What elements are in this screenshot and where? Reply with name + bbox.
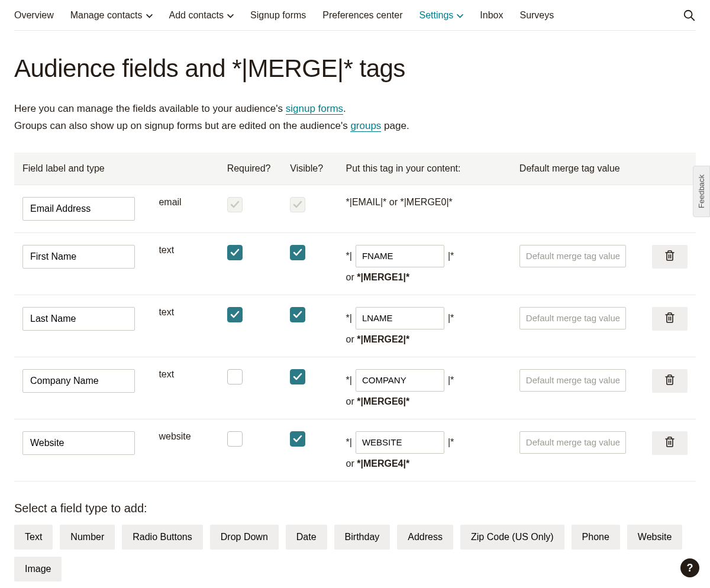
table-row: text*||*or *|MERGE2|* [14, 295, 696, 357]
field-label-input[interactable] [22, 369, 135, 393]
field-label-input[interactable] [22, 307, 135, 331]
signup-forms-link[interactable]: signup forms [286, 103, 343, 115]
merge-tag-alt: or *|MERGE1|* [346, 272, 503, 283]
merge-tag-alt: or *|MERGE6|* [346, 396, 503, 407]
intro-line1b: . [343, 103, 346, 114]
required-checkbox[interactable] [227, 431, 243, 447]
tag-or-label: or [346, 334, 357, 344]
delete-field-button[interactable] [652, 245, 688, 269]
field-type-phone[interactable]: Phone [572, 525, 620, 550]
field-type-number[interactable]: Number [60, 525, 115, 550]
tag-open-delim: *| [346, 375, 352, 386]
nav-item-label: Add contacts [169, 10, 224, 21]
visible-checkbox[interactable] [290, 307, 305, 322]
default-value-input[interactable] [519, 245, 626, 267]
merge-tag-input[interactable] [356, 431, 444, 454]
tag-or-label: or [346, 458, 357, 469]
page-title: Audience fields and *|MERGE|* tags [14, 54, 696, 83]
tag-alt-value: *|MERGE2|* [357, 334, 409, 344]
tag-alt-value: *|MERGE6|* [357, 396, 409, 406]
field-type-zip-code-us-only-[interactable]: Zip Code (US Only) [460, 525, 564, 550]
required-checkbox[interactable] [227, 307, 243, 322]
default-value-input[interactable] [519, 431, 626, 454]
check-icon [230, 248, 240, 257]
nav-item-preferences-center[interactable]: Preferences center [322, 10, 402, 21]
table-row: text*||*or *|MERGE6|* [14, 357, 696, 419]
field-type-address[interactable]: Address [397, 525, 453, 550]
tag-open-delim: *| [346, 313, 352, 324]
th-delete [641, 153, 696, 185]
nav-item-add-contacts[interactable]: Add contacts [169, 10, 234, 21]
required-checkbox [227, 197, 243, 212]
nav-item-label: Settings [419, 10, 454, 21]
svg-line-1 [691, 17, 694, 20]
field-type-drop-down[interactable]: Drop Down [210, 525, 279, 550]
tag-close-delim: |* [448, 251, 454, 261]
add-field-heading: Select a field type to add: [14, 502, 696, 515]
field-type-label: text [159, 307, 174, 317]
field-type-date[interactable]: Date [286, 525, 327, 550]
nav-item-label: Manage contacts [70, 10, 143, 21]
nav-item-overview[interactable]: Overview [14, 10, 54, 21]
check-icon [230, 311, 240, 319]
check-icon [293, 201, 302, 209]
field-type-buttons: TextNumberRadio ButtonsDrop DownDateBirt… [14, 525, 696, 581]
th-label: Field label and type [14, 153, 219, 185]
visible-checkbox[interactable] [290, 245, 305, 260]
trash-icon [664, 436, 675, 450]
chevron-down-icon [457, 10, 463, 21]
help-button[interactable]: ? [680, 558, 699, 577]
nav-item-inbox[interactable]: Inbox [480, 10, 503, 21]
th-visible: Visible? [282, 153, 337, 185]
th-tag: Put this tag in your content: [338, 153, 511, 185]
default-value-input[interactable] [519, 307, 626, 329]
tag-close-delim: |* [448, 437, 454, 448]
field-type-radio-buttons[interactable]: Radio Buttons [122, 525, 203, 550]
field-type-website[interactable]: Website [627, 525, 683, 550]
table-row: website*||*or *|MERGE4|* [14, 419, 696, 481]
search-icon[interactable] [683, 9, 696, 22]
field-type-label: website [159, 431, 191, 441]
feedback-tab[interactable]: Feedback [693, 166, 710, 217]
tag-alt-value: *|MERGE4|* [357, 458, 409, 469]
field-type-label: email [159, 197, 181, 207]
nav-item-label: Overview [14, 10, 54, 21]
tag-or-label: or [346, 272, 357, 282]
delete-field-button[interactable] [652, 431, 688, 455]
nav-item-settings[interactable]: Settings [419, 10, 464, 21]
table-row: email*|EMAIL|* or *|MERGE0|* [14, 185, 696, 232]
delete-field-button[interactable] [652, 307, 688, 331]
nav-item-label: Inbox [480, 10, 503, 21]
field-type-label: text [159, 245, 174, 255]
nav-item-signup-forms[interactable]: Signup forms [250, 10, 306, 21]
field-type-image[interactable]: Image [14, 557, 62, 581]
field-label-input[interactable] [22, 245, 135, 269]
field-type-birthday[interactable]: Birthday [334, 525, 390, 550]
intro-line2b: page. [381, 120, 409, 131]
merge-tag-input[interactable] [356, 245, 444, 267]
chevron-down-icon [146, 10, 153, 21]
required-checkbox[interactable] [227, 369, 243, 385]
default-value-input[interactable] [519, 369, 626, 392]
field-label-input[interactable] [22, 431, 135, 455]
check-icon [293, 373, 302, 381]
check-icon [293, 248, 302, 257]
visible-checkbox[interactable] [290, 431, 305, 447]
fields-table: Field label and type Required? Visible? … [14, 153, 696, 482]
delete-field-button[interactable] [652, 369, 688, 393]
visible-checkbox[interactable] [290, 369, 305, 385]
merge-tag-alt: or *|MERGE2|* [346, 334, 503, 345]
nav-item-surveys[interactable]: Surveys [519, 10, 554, 21]
chevron-down-icon [227, 10, 234, 21]
groups-link[interactable]: groups [350, 120, 381, 132]
field-label-input[interactable] [22, 197, 135, 221]
tag-close-delim: |* [448, 375, 454, 386]
check-icon [293, 311, 302, 319]
required-checkbox[interactable] [227, 245, 243, 260]
merge-tag-input[interactable] [356, 307, 444, 329]
nav-item-manage-contacts[interactable]: Manage contacts [70, 10, 153, 21]
trash-icon [664, 374, 675, 387]
field-type-text[interactable]: Text [14, 525, 53, 550]
trash-icon [664, 312, 675, 325]
merge-tag-input[interactable] [356, 369, 444, 392]
